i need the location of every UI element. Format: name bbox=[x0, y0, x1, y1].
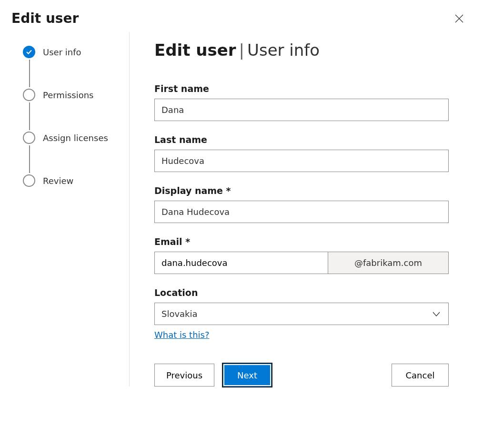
previous-button[interactable]: Previous bbox=[154, 364, 214, 387]
dialog-title: Edit user bbox=[11, 10, 79, 26]
step-permissions[interactable]: Permissions bbox=[23, 87, 125, 102]
email-username-input[interactable] bbox=[154, 252, 328, 274]
step-indicator bbox=[23, 132, 35, 144]
step-indicator bbox=[23, 89, 35, 101]
step-label: Review bbox=[43, 176, 73, 186]
page-title: Edit user|User info bbox=[154, 41, 483, 60]
location-label: Location bbox=[154, 287, 483, 298]
location-select[interactable]: Slovakia bbox=[154, 303, 449, 325]
wizard-steps: User info Permissions Assign licenses Re… bbox=[23, 32, 130, 387]
step-label: Permissions bbox=[43, 90, 93, 100]
location-value: Slovakia bbox=[161, 309, 198, 319]
last-name-input[interactable] bbox=[154, 150, 449, 172]
close-button[interactable] bbox=[452, 11, 467, 26]
step-label: Assign licenses bbox=[43, 133, 108, 143]
step-indicator bbox=[23, 174, 35, 187]
step-indicator-active bbox=[23, 46, 35, 58]
next-button[interactable]: Next bbox=[223, 364, 272, 387]
step-user-info[interactable]: User info bbox=[23, 44, 125, 60]
display-name-label: Display name bbox=[154, 185, 483, 196]
close-icon bbox=[455, 14, 463, 23]
display-name-input[interactable] bbox=[154, 201, 449, 223]
check-icon bbox=[26, 49, 32, 55]
first-name-input[interactable] bbox=[154, 99, 449, 121]
email-label: Email bbox=[154, 236, 483, 247]
location-help-link[interactable]: What is this? bbox=[154, 330, 210, 340]
step-label: User info bbox=[43, 47, 81, 57]
last-name-label: Last name bbox=[154, 134, 483, 145]
email-domain-display: @fabrikam.com bbox=[328, 252, 449, 274]
step-review[interactable]: Review bbox=[23, 173, 125, 188]
first-name-label: First name bbox=[154, 83, 483, 94]
cancel-button[interactable]: Cancel bbox=[392, 364, 449, 387]
step-assign-licenses[interactable]: Assign licenses bbox=[23, 130, 125, 145]
